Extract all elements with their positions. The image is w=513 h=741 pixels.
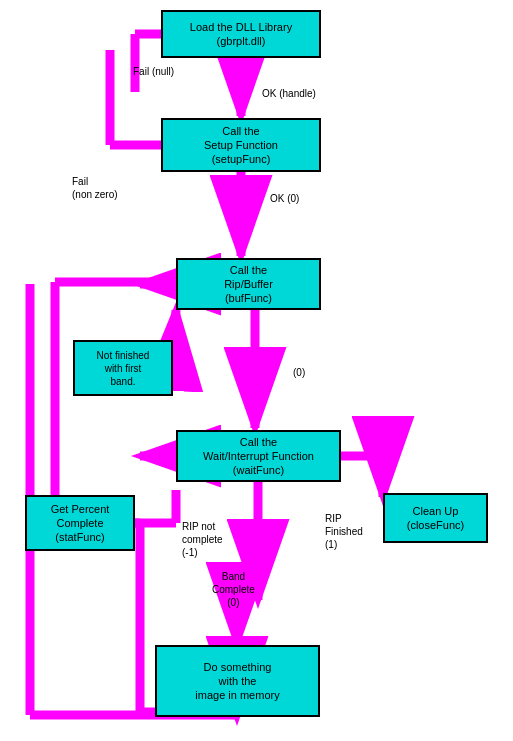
ok-0-label: OK (0) — [270, 193, 299, 204]
clean-up-box: Clean Up(closeFunc) — [383, 493, 488, 543]
setup-func-box: Call theSetup Function(setupFunc) — [161, 118, 321, 172]
stat-func-box: Get PercentComplete(statFunc) — [25, 495, 135, 551]
wait-func-box: Call theWait/Interrupt Function(waitFunc… — [176, 430, 341, 482]
fail-nonzero-label: Fail(non zero) — [72, 175, 118, 201]
flowchart: Load the DLL Library(gbrplt.dll) Call th… — [0, 0, 513, 741]
rip-finished-label: RIPFinished(1) — [325, 512, 363, 551]
do-something-box: Do somethingwith theimage in memory — [155, 645, 320, 717]
ok-handle-label: OK (handle) — [262, 88, 316, 99]
load-dll-box: Load the DLL Library(gbrplt.dll) — [161, 10, 321, 58]
fail-null-label: Fail (null) — [133, 66, 174, 77]
not-finished-box: Not finishedwith firstband. — [73, 340, 173, 396]
rip-buffer-box: Call theRip/Buffer(bufFunc) — [176, 258, 321, 310]
zero-label: (0) — [293, 367, 305, 378]
band-complete-label: BandComplete(0) — [212, 570, 255, 609]
rip-not-complete-label: RIP notcomplete(-1) — [182, 520, 223, 559]
svg-line-17 — [173, 310, 176, 368]
